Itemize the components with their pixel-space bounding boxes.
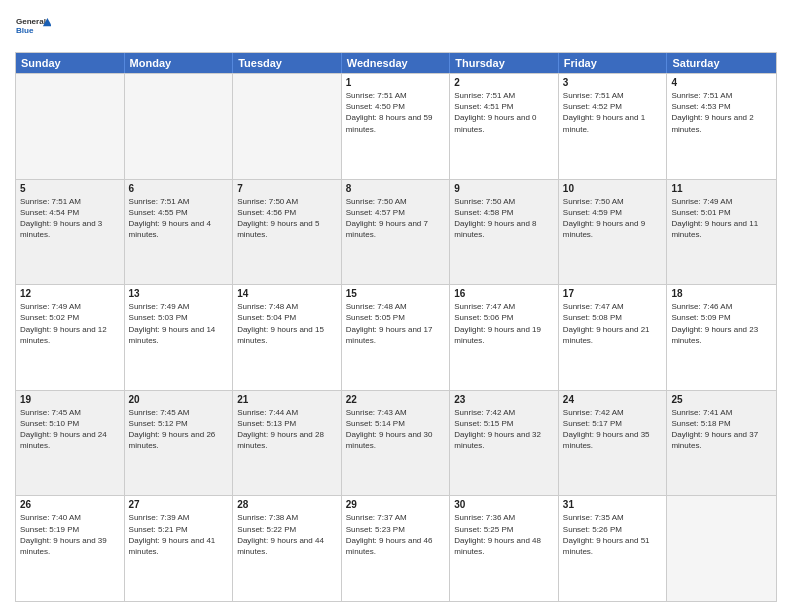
calendar: SundayMondayTuesdayWednesdayThursdayFrid…	[15, 52, 777, 602]
cell-info: Sunrise: 7:51 AMSunset: 4:55 PMDaylight:…	[129, 196, 229, 241]
day-number: 9	[454, 183, 554, 194]
day-number: 13	[129, 288, 229, 299]
day-number: 25	[671, 394, 772, 405]
cell-info: Sunrise: 7:51 AMSunset: 4:51 PMDaylight:…	[454, 90, 554, 135]
day-number: 22	[346, 394, 446, 405]
cal-header-sunday: Sunday	[16, 53, 125, 73]
cell-info: Sunrise: 7:35 AMSunset: 5:26 PMDaylight:…	[563, 512, 663, 557]
cell-info: Sunrise: 7:49 AMSunset: 5:03 PMDaylight:…	[129, 301, 229, 346]
header: General Blue	[15, 10, 777, 46]
cell-info: Sunrise: 7:48 AMSunset: 5:04 PMDaylight:…	[237, 301, 337, 346]
day-number: 15	[346, 288, 446, 299]
cal-cell: 25Sunrise: 7:41 AMSunset: 5:18 PMDayligh…	[667, 391, 776, 496]
cell-info: Sunrise: 7:49 AMSunset: 5:02 PMDaylight:…	[20, 301, 120, 346]
cal-cell: 10Sunrise: 7:50 AMSunset: 4:59 PMDayligh…	[559, 180, 668, 285]
day-number: 1	[346, 77, 446, 88]
cell-info: Sunrise: 7:36 AMSunset: 5:25 PMDaylight:…	[454, 512, 554, 557]
cal-cell: 19Sunrise: 7:45 AMSunset: 5:10 PMDayligh…	[16, 391, 125, 496]
cal-cell: 7Sunrise: 7:50 AMSunset: 4:56 PMDaylight…	[233, 180, 342, 285]
cal-cell: 16Sunrise: 7:47 AMSunset: 5:06 PMDayligh…	[450, 285, 559, 390]
cell-info: Sunrise: 7:45 AMSunset: 5:12 PMDaylight:…	[129, 407, 229, 452]
day-number: 19	[20, 394, 120, 405]
cal-cell: 4Sunrise: 7:51 AMSunset: 4:53 PMDaylight…	[667, 74, 776, 179]
cal-header-friday: Friday	[559, 53, 668, 73]
cal-header-thursday: Thursday	[450, 53, 559, 73]
cell-info: Sunrise: 7:50 AMSunset: 4:58 PMDaylight:…	[454, 196, 554, 241]
cal-week-3: 12Sunrise: 7:49 AMSunset: 5:02 PMDayligh…	[16, 284, 776, 390]
cal-cell	[125, 74, 234, 179]
day-number: 3	[563, 77, 663, 88]
cell-info: Sunrise: 7:47 AMSunset: 5:08 PMDaylight:…	[563, 301, 663, 346]
cal-cell: 13Sunrise: 7:49 AMSunset: 5:03 PMDayligh…	[125, 285, 234, 390]
cell-info: Sunrise: 7:51 AMSunset: 4:52 PMDaylight:…	[563, 90, 663, 135]
cell-info: Sunrise: 7:46 AMSunset: 5:09 PMDaylight:…	[671, 301, 772, 346]
cal-week-4: 19Sunrise: 7:45 AMSunset: 5:10 PMDayligh…	[16, 390, 776, 496]
cal-cell: 15Sunrise: 7:48 AMSunset: 5:05 PMDayligh…	[342, 285, 451, 390]
cal-header-saturday: Saturday	[667, 53, 776, 73]
cal-cell: 22Sunrise: 7:43 AMSunset: 5:14 PMDayligh…	[342, 391, 451, 496]
page: General Blue SundayMondayTuesdayWednesda…	[0, 0, 792, 612]
day-number: 31	[563, 499, 663, 510]
cal-cell: 12Sunrise: 7:49 AMSunset: 5:02 PMDayligh…	[16, 285, 125, 390]
cal-cell: 8Sunrise: 7:50 AMSunset: 4:57 PMDaylight…	[342, 180, 451, 285]
cal-week-2: 5Sunrise: 7:51 AMSunset: 4:54 PMDaylight…	[16, 179, 776, 285]
cell-info: Sunrise: 7:42 AMSunset: 5:15 PMDaylight:…	[454, 407, 554, 452]
cell-info: Sunrise: 7:51 AMSunset: 4:54 PMDaylight:…	[20, 196, 120, 241]
cal-header-tuesday: Tuesday	[233, 53, 342, 73]
cal-cell: 27Sunrise: 7:39 AMSunset: 5:21 PMDayligh…	[125, 496, 234, 601]
day-number: 2	[454, 77, 554, 88]
day-number: 4	[671, 77, 772, 88]
cal-cell: 31Sunrise: 7:35 AMSunset: 5:26 PMDayligh…	[559, 496, 668, 601]
cal-cell: 29Sunrise: 7:37 AMSunset: 5:23 PMDayligh…	[342, 496, 451, 601]
cal-cell: 17Sunrise: 7:47 AMSunset: 5:08 PMDayligh…	[559, 285, 668, 390]
day-number: 20	[129, 394, 229, 405]
cal-cell	[667, 496, 776, 601]
svg-text:Blue: Blue	[16, 26, 34, 35]
day-number: 23	[454, 394, 554, 405]
cal-cell: 28Sunrise: 7:38 AMSunset: 5:22 PMDayligh…	[233, 496, 342, 601]
cell-info: Sunrise: 7:40 AMSunset: 5:19 PMDaylight:…	[20, 512, 120, 557]
cell-info: Sunrise: 7:50 AMSunset: 4:56 PMDaylight:…	[237, 196, 337, 241]
day-number: 30	[454, 499, 554, 510]
day-number: 10	[563, 183, 663, 194]
day-number: 24	[563, 394, 663, 405]
cal-cell: 26Sunrise: 7:40 AMSunset: 5:19 PMDayligh…	[16, 496, 125, 601]
day-number: 29	[346, 499, 446, 510]
cell-info: Sunrise: 7:51 AMSunset: 4:53 PMDaylight:…	[671, 90, 772, 135]
day-number: 7	[237, 183, 337, 194]
cal-header-wednesday: Wednesday	[342, 53, 451, 73]
cal-cell: 20Sunrise: 7:45 AMSunset: 5:12 PMDayligh…	[125, 391, 234, 496]
cell-info: Sunrise: 7:49 AMSunset: 5:01 PMDaylight:…	[671, 196, 772, 241]
logo-icon: General Blue	[15, 10, 51, 46]
cell-info: Sunrise: 7:37 AMSunset: 5:23 PMDaylight:…	[346, 512, 446, 557]
cal-cell: 21Sunrise: 7:44 AMSunset: 5:13 PMDayligh…	[233, 391, 342, 496]
cal-cell: 14Sunrise: 7:48 AMSunset: 5:04 PMDayligh…	[233, 285, 342, 390]
calendar-body: 1Sunrise: 7:51 AMSunset: 4:50 PMDaylight…	[16, 73, 776, 601]
cal-cell: 6Sunrise: 7:51 AMSunset: 4:55 PMDaylight…	[125, 180, 234, 285]
cal-cell: 1Sunrise: 7:51 AMSunset: 4:50 PMDaylight…	[342, 74, 451, 179]
cal-cell	[233, 74, 342, 179]
cal-week-5: 26Sunrise: 7:40 AMSunset: 5:19 PMDayligh…	[16, 495, 776, 601]
cell-info: Sunrise: 7:44 AMSunset: 5:13 PMDaylight:…	[237, 407, 337, 452]
cell-info: Sunrise: 7:45 AMSunset: 5:10 PMDaylight:…	[20, 407, 120, 452]
cell-info: Sunrise: 7:50 AMSunset: 4:59 PMDaylight:…	[563, 196, 663, 241]
cal-cell: 30Sunrise: 7:36 AMSunset: 5:25 PMDayligh…	[450, 496, 559, 601]
day-number: 8	[346, 183, 446, 194]
cal-cell: 5Sunrise: 7:51 AMSunset: 4:54 PMDaylight…	[16, 180, 125, 285]
cal-header-monday: Monday	[125, 53, 234, 73]
cell-info: Sunrise: 7:41 AMSunset: 5:18 PMDaylight:…	[671, 407, 772, 452]
calendar-header-row: SundayMondayTuesdayWednesdayThursdayFrid…	[16, 53, 776, 73]
cell-info: Sunrise: 7:38 AMSunset: 5:22 PMDaylight:…	[237, 512, 337, 557]
cell-info: Sunrise: 7:42 AMSunset: 5:17 PMDaylight:…	[563, 407, 663, 452]
cell-info: Sunrise: 7:50 AMSunset: 4:57 PMDaylight:…	[346, 196, 446, 241]
day-number: 26	[20, 499, 120, 510]
cell-info: Sunrise: 7:39 AMSunset: 5:21 PMDaylight:…	[129, 512, 229, 557]
cell-info: Sunrise: 7:43 AMSunset: 5:14 PMDaylight:…	[346, 407, 446, 452]
day-number: 12	[20, 288, 120, 299]
cell-info: Sunrise: 7:47 AMSunset: 5:06 PMDaylight:…	[454, 301, 554, 346]
cal-cell: 9Sunrise: 7:50 AMSunset: 4:58 PMDaylight…	[450, 180, 559, 285]
cal-week-1: 1Sunrise: 7:51 AMSunset: 4:50 PMDaylight…	[16, 73, 776, 179]
cal-cell: 18Sunrise: 7:46 AMSunset: 5:09 PMDayligh…	[667, 285, 776, 390]
day-number: 28	[237, 499, 337, 510]
day-number: 11	[671, 183, 772, 194]
